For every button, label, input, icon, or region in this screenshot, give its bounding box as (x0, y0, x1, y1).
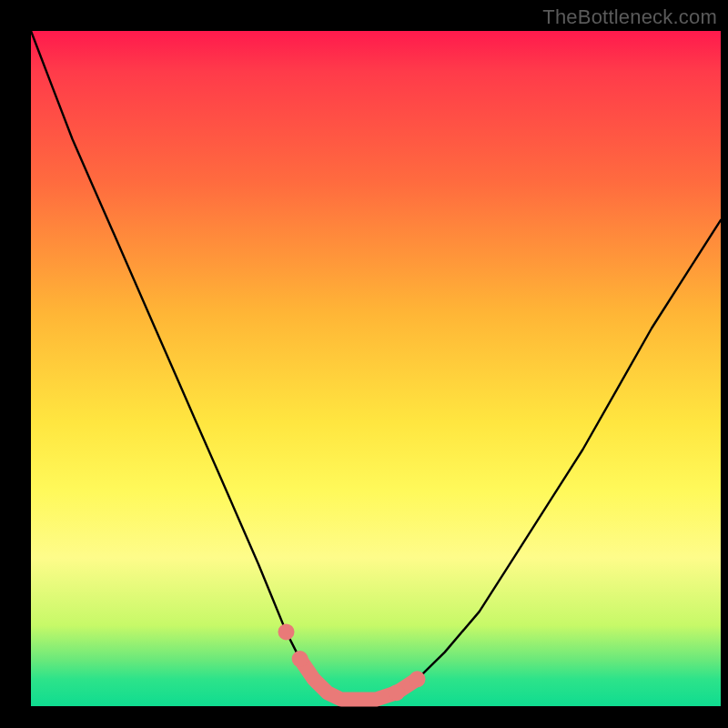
watermark-text: TheBottleneck.com (542, 5, 717, 29)
chart-frame: TheBottleneck.com (0, 0, 728, 728)
chart-canvas (31, 31, 721, 706)
